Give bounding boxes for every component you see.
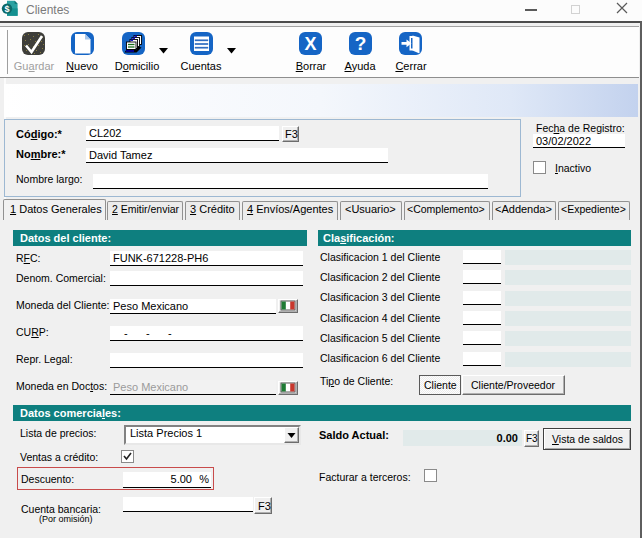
svg-text:$: $ — [4, 4, 9, 14]
svg-text:X: X — [304, 34, 316, 54]
svg-text:?: ? — [355, 33, 367, 54]
